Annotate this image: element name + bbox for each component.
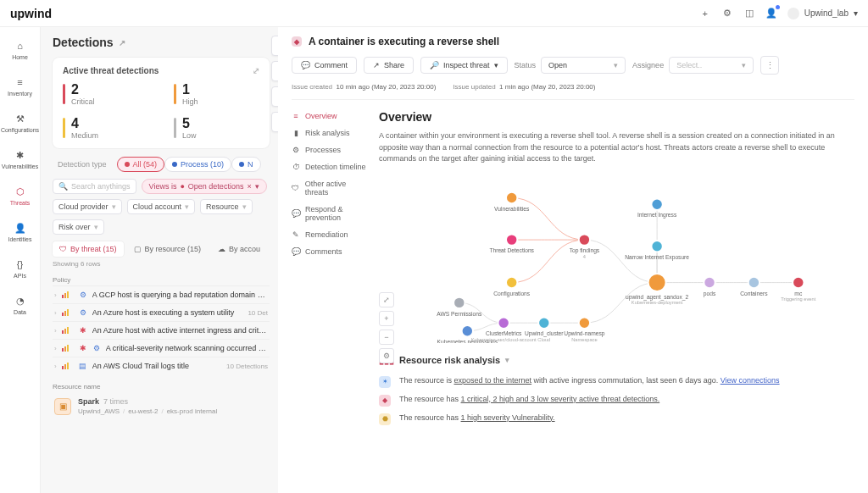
threat-row[interactable]: ›⚙A GCP host is querying a bad reputatio… [53, 285, 270, 303]
nav-item-threats[interactable]: ⬡Threats [0, 181, 40, 209]
search-input[interactable]: 🔍 Search anythings [53, 179, 136, 194]
graph-node[interactable]: pods [704, 276, 716, 296]
stat-low[interactable]: 5Low [174, 116, 259, 140]
graph-node[interactable]: mcTriggering event [781, 276, 815, 302]
more-actions-button[interactable]: ⋮ [760, 56, 779, 75]
group-tab[interactable]: ☁By accou [211, 241, 267, 257]
svg-text:AWS Permissions: AWS Permissions [437, 310, 482, 316]
scroll-down-button[interactable]: ↓ [271, 112, 278, 132]
filter-dropdown[interactable]: Resource ▾ [200, 199, 253, 214]
graph-zoom-in-button[interactable]: + [379, 311, 394, 326]
assignee-select[interactable]: Select.. ▾ [669, 57, 754, 74]
graph-node[interactable]: ClusterMetricsKubernetes-sec/cloud-accou… [471, 317, 537, 342]
external-link-icon[interactable]: ↗ [119, 38, 125, 47]
notification-icon[interactable]: 👤 [765, 8, 777, 19]
stat-medium[interactable]: 4Medium [63, 116, 148, 140]
graph-node[interactable]: Internet Ingress [637, 198, 677, 219]
svg-rect-5 [67, 309, 69, 316]
comments-icon: 💬 [292, 247, 300, 256]
stat-critical[interactable]: 2Critical [63, 82, 148, 106]
column-resource-name: Resource name [53, 379, 270, 394]
plus-icon[interactable]: + [699, 8, 711, 19]
svg-point-23 [462, 325, 473, 336]
overview-description: A container within your environment is e… [379, 130, 854, 165]
share-button[interactable]: ↗Share [364, 57, 414, 74]
svg-point-34 [579, 234, 590, 245]
net-icon: ✱ [79, 326, 87, 335]
inventory-icon: ≡ [14, 75, 27, 89]
threat-row[interactable]: ›⚙An Azure host is executing a system ut… [53, 303, 270, 321]
panels-icon[interactable]: ◫ [743, 8, 755, 19]
group-tab[interactable]: 🛡By threat (15) [53, 241, 124, 257]
svg-text:Narrow Internet Exposure: Narrow Internet Exposure [625, 253, 689, 260]
filter-dropdown[interactable]: Cloud account ▾ [127, 199, 196, 214]
close-panel-button[interactable]: ✕ [271, 36, 278, 56]
risk-icon: ✶ [379, 376, 391, 388]
gear-icon: ⚙ [79, 291, 87, 299]
graph-node[interactable]: Threat Detections [489, 234, 534, 253]
view-connections-link[interactable]: View connections [721, 376, 780, 385]
nav-item-identities[interactable]: 👤Identities [0, 218, 40, 246]
section-nav-timeline[interactable]: ⏱Detection timeline [292, 163, 370, 171]
svg-rect-8 [67, 327, 69, 334]
severity-icon [62, 327, 74, 334]
inspect-icon: 🔎 [430, 61, 439, 69]
inspect-threat-button[interactable]: 🔎Inspect threat ▾ [420, 57, 508, 74]
comment-button[interactable]: 💬Comment [292, 57, 357, 74]
graph-settings-button[interactable]: ⚙ [379, 348, 394, 363]
stat-high[interactable]: 1High [174, 82, 259, 106]
nav-item-apis[interactable]: {}APIs [0, 254, 40, 282]
group-tab[interactable]: ▢By resource (15) [127, 241, 209, 257]
nav-item-inventory[interactable]: ≡Inventory [0, 72, 40, 100]
threat-row[interactable]: ›✱An Azure host with active internet ing… [53, 321, 270, 339]
section-nav-respond[interactable]: 💬Respond & prevention [292, 205, 370, 222]
expand-icon[interactable]: ⤢ [253, 66, 259, 75]
status-select[interactable]: Open ▾ [541, 57, 626, 74]
svg-rect-4 [64, 311, 66, 316]
filter-dropdown[interactable]: Cloud provider ▾ [53, 199, 122, 214]
graph-zoom-out-button[interactable]: − [379, 330, 394, 345]
nav-item-vulnerabilities[interactable]: ✱Vulnerabilities [0, 145, 40, 173]
graph-node[interactable]: Narrow Internet Exposure [625, 241, 689, 261]
svg-rect-9 [62, 348, 64, 352]
section-nav-remediation[interactable]: ✎Remediation [292, 230, 370, 239]
threat-row[interactable]: ›▤An AWS Cloud Trail logs title10 Detect… [53, 357, 270, 374]
gear-icon[interactable]: ⚙ [721, 8, 733, 19]
graph-node[interactable]: Upwind-namespNamespace [564, 317, 604, 342]
resource-row[interactable]: ▣ Spark 7 times Upwind_AWS / eu-west-2 /… [53, 394, 270, 418]
issue-created-value: 10 min ago (May 20, 2023 20:00) [336, 83, 436, 91]
svg-rect-12 [62, 366, 64, 369]
graph-node[interactable]: AWS Permissions [437, 296, 482, 316]
section-nav-comments[interactable]: 💬Comments [292, 247, 370, 256]
graph-node[interactable]: Top findings4 [570, 234, 600, 259]
workspace-picker[interactable]: Upwind_lab ▾ [787, 8, 858, 19]
resource-graph[interactable]: ⤢ + − ⚙ VulnerabilitiesThreat Detections… [379, 174, 854, 343]
filter-dropdown[interactable]: Risk over ▾ [53, 219, 104, 235]
threat-row[interactable]: ›✱⚙A critical-severity network scanning … [53, 339, 270, 357]
nav-item-configurations[interactable]: ⚒Configurations [0, 108, 40, 136]
apis-icon: {} [14, 258, 27, 271]
type-chip[interactable]: All (54) [117, 157, 165, 172]
section-nav-other[interactable]: 🛡Other active threats [292, 180, 370, 197]
views-filter[interactable]: Views is ● Open detections × ▾ [142, 179, 267, 194]
svg-text:Namespace: Namespace [571, 337, 597, 342]
risk-icon: ▮ [292, 129, 300, 137]
scroll-up-button[interactable]: ↑ [271, 86, 278, 107]
graph-fullscreen-button[interactable]: ⤢ [379, 292, 394, 307]
nav-item-home[interactable]: ⌂Home [0, 36, 40, 64]
nav-item-data[interactable]: ◔Data [0, 291, 40, 319]
issue-updated-label: Issue updated [453, 83, 495, 91]
close-icon[interactable]: × [247, 182, 251, 191]
chevron-down-icon[interactable]: ▾ [505, 356, 509, 364]
section-nav-processes[interactable]: ⚙Processes [292, 146, 370, 154]
type-chip[interactable]: Process (10) [164, 157, 231, 172]
svg-point-17 [506, 234, 517, 245]
section-nav-overview[interactable]: ≡Overview [292, 112, 370, 120]
type-chip[interactable]: N [231, 157, 261, 172]
graph-node[interactable]: Containers [740, 276, 768, 296]
collapse-panel-button[interactable]: « [271, 61, 278, 81]
graph-node[interactable]: Vulnerabilities [494, 191, 530, 211]
svg-rect-0 [62, 295, 64, 298]
respond-icon: 💬 [292, 209, 300, 218]
section-nav-risk[interactable]: ▮Risk analysis [292, 129, 370, 137]
